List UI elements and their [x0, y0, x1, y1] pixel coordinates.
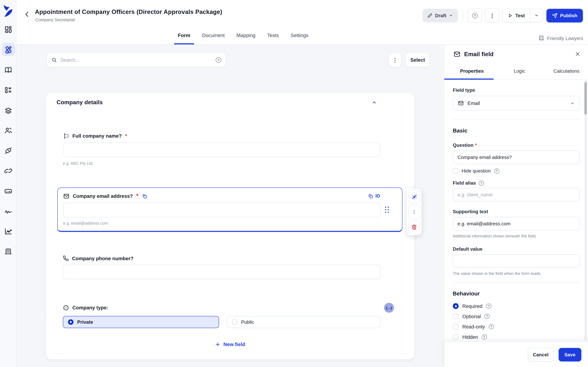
panel-title: Email field — [464, 51, 493, 58]
question-input[interactable] — [453, 150, 580, 164]
behaviour-optional[interactable]: Optional ? — [453, 313, 579, 319]
new-field-button[interactable]: New field — [215, 342, 245, 347]
field-label: Company type: — [72, 305, 108, 310]
option-label: Public — [241, 319, 254, 325]
chevron-down-icon — [570, 101, 575, 106]
field-input-row — [63, 203, 397, 217]
tab-tests[interactable]: Tests — [267, 32, 280, 44]
divider — [453, 119, 580, 120]
copy-question-icon[interactable] — [142, 193, 147, 199]
field-company-email-selected[interactable]: Company email address? * ID e.g. email@a… — [57, 188, 402, 232]
behaviour-hidden[interactable]: Hidden ? — [453, 334, 579, 340]
field-full-company-name[interactable]: Full company name? * e.g. ABC Pty Ltd — [63, 133, 404, 166]
search-input[interactable] — [60, 57, 212, 63]
field-label-row: Company email address? * ID — [63, 193, 397, 199]
tab-mapping[interactable]: Mapping — [236, 32, 256, 44]
option-label: Private — [77, 319, 93, 325]
tab-document[interactable]: Document — [201, 32, 225, 44]
field-label-row: Full company name? * — [63, 133, 404, 139]
tab-label: Mapping — [236, 33, 255, 38]
tab-form[interactable]: Form — [177, 32, 191, 44]
sidebar-item-analytics[interactable] — [2, 225, 15, 238]
field-id-label[interactable]: ID — [375, 193, 380, 199]
drag-handle-icon[interactable] — [385, 207, 389, 213]
sidebar-item-forms[interactable] — [2, 83, 15, 97]
sidebar-item-connections[interactable] — [2, 164, 15, 177]
option-private[interactable]: Private — [63, 316, 219, 328]
panel-scrollbar — [584, 80, 587, 341]
header: Appointment of Company Officers (Directo… — [17, 0, 588, 45]
test-dropdown-button[interactable] — [530, 9, 543, 22]
select-mode-button[interactable]: Select — [405, 52, 430, 67]
tab-label: Tests — [267, 33, 279, 38]
help-icon: ? — [472, 13, 478, 18]
sidebar-item-billing[interactable] — [2, 184, 15, 197]
back-button[interactable] — [23, 9, 33, 19]
sidebar-item-library[interactable] — [2, 63, 15, 76]
gear-slash-icon — [411, 194, 417, 200]
panel-tab-properties[interactable]: Properties — [460, 68, 484, 74]
company-email-input[interactable] — [63, 203, 381, 217]
sidebar-item-organisation[interactable] — [2, 245, 15, 258]
field-alias-input[interactable] — [453, 188, 580, 201]
field-settings-disabled-button[interactable] — [408, 190, 420, 204]
draft-status-button[interactable]: Draft — [423, 9, 458, 22]
pencil-icon — [427, 13, 432, 18]
collapse-section-button[interactable] — [372, 100, 377, 105]
behaviour-read-only[interactable]: Read-only ? — [453, 324, 579, 330]
default-value-input[interactable] — [453, 254, 580, 268]
canvas-more-button[interactable]: ⋮ — [389, 52, 401, 67]
field-label: Full company name? — [72, 133, 122, 139]
field-floating-toolbar: ⋮ — [407, 189, 422, 235]
full-company-name-input[interactable] — [63, 142, 380, 157]
field-company-phone[interactable]: Company phone number? — [63, 255, 404, 279]
checkbox-unchecked-icon[interactable] — [453, 168, 458, 174]
option-public[interactable]: Public — [227, 316, 381, 328]
help-icon: ? — [482, 334, 487, 340]
help-button[interactable]: ? — [468, 8, 482, 22]
cancel-button[interactable]: Cancel — [528, 348, 554, 361]
field-type-value: Email — [467, 100, 480, 106]
header-more-button[interactable]: ⋮ — [485, 8, 499, 22]
sidebar-item-integrations[interactable] — [2, 144, 15, 157]
workspace-name: Friendly Lawyers — [547, 35, 583, 41]
publish-button[interactable]: Publish — [546, 9, 583, 22]
tab-settings[interactable]: Settings — [290, 32, 309, 44]
field-more-button[interactable]: ⋮ — [408, 205, 420, 219]
sidebar-item-matters[interactable] — [2, 103, 15, 117]
search-box: ? — [47, 52, 226, 67]
field-company-type[interactable]: Company type: {…} Private Public — [63, 303, 404, 328]
supporting-text-input[interactable] — [453, 217, 580, 231]
logic-applied-badge[interactable]: {…} — [384, 303, 394, 313]
save-label: Save — [564, 352, 576, 357]
hide-question-checkbox-row[interactable]: Hide question ? — [453, 168, 579, 174]
scrollbar-thumb[interactable] — [584, 82, 587, 115]
field-delete-button[interactable] — [408, 220, 420, 234]
divider — [453, 282, 580, 283]
app-logo[interactable] — [3, 5, 13, 17]
question-label: Question * — [453, 142, 579, 148]
signature-icon — [4, 207, 12, 215]
sidebar-item-signatures[interactable] — [2, 204, 15, 218]
workspace-switcher[interactable]: Friendly Lawyers — [538, 35, 583, 41]
save-button[interactable]: Save — [558, 348, 581, 361]
test-button[interactable]: Test — [503, 9, 530, 22]
company-phone-input[interactable] — [63, 265, 380, 279]
panel-tab-logic[interactable]: Logic — [514, 68, 525, 74]
field-type-select[interactable]: Email — [453, 96, 580, 110]
form-list-icon — [4, 86, 12, 94]
radio-unselected-icon — [453, 313, 459, 319]
sidebar-item-dashboard[interactable] — [2, 23, 15, 36]
email-icon — [458, 100, 464, 106]
publish-label: Publish — [560, 13, 577, 18]
sidebar-item-builder[interactable] — [2, 43, 15, 56]
copy-id-icon[interactable] — [368, 193, 373, 199]
canvas-toolbar: ? ⋮ Select — [47, 52, 430, 67]
header-actions: Draft ? ⋮ Test Publish — [423, 8, 583, 22]
behaviour-required[interactable]: Required ? — [453, 303, 579, 309]
panel-tab-calculations[interactable]: Calculations — [553, 68, 579, 74]
sidebar-item-users[interactable] — [2, 124, 15, 137]
card-icon — [4, 187, 12, 195]
sidebar — [0, 0, 17, 367]
close-panel-button[interactable] — [575, 51, 581, 57]
